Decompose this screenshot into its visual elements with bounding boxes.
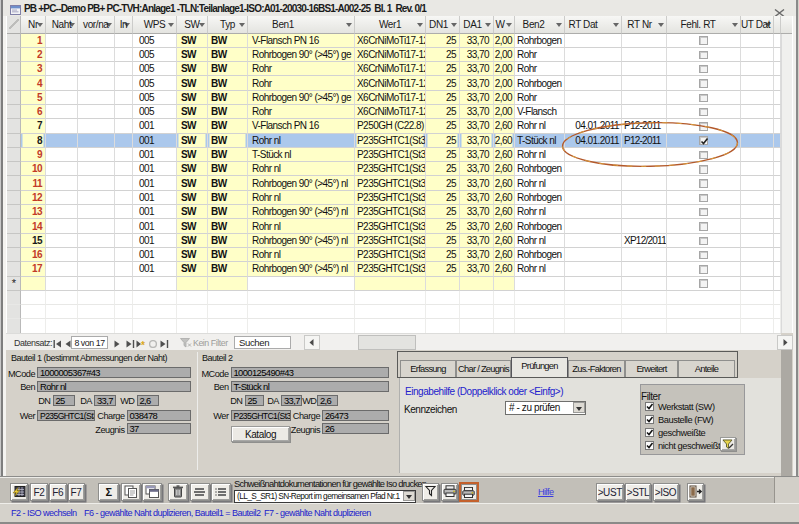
svg-text:*: * bbox=[141, 340, 145, 348]
